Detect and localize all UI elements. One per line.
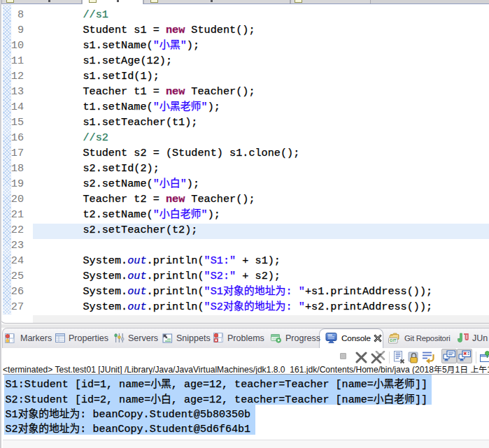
svg-text:GIT: GIT xyxy=(390,338,397,342)
